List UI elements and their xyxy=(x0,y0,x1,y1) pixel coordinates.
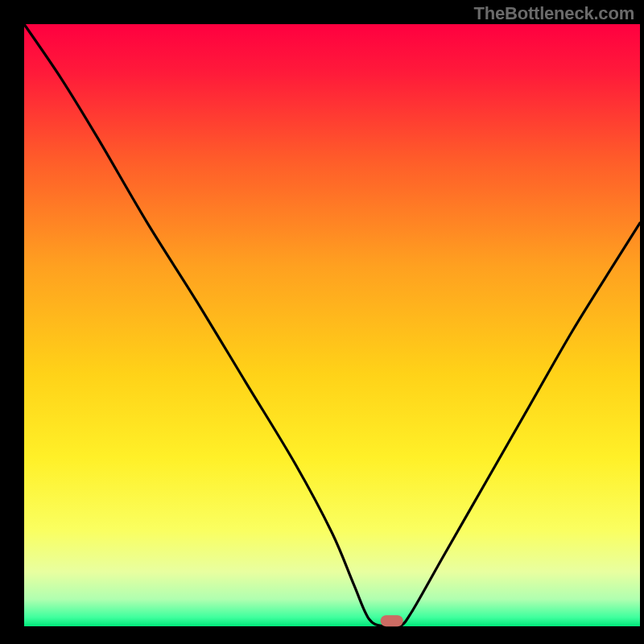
chart-root: TheBottleneck.com xyxy=(0,0,644,644)
minimum-marker xyxy=(381,615,403,626)
bottleneck-chart xyxy=(0,0,644,644)
watermark-text: TheBottleneck.com xyxy=(473,3,634,24)
plot-background xyxy=(24,24,640,626)
